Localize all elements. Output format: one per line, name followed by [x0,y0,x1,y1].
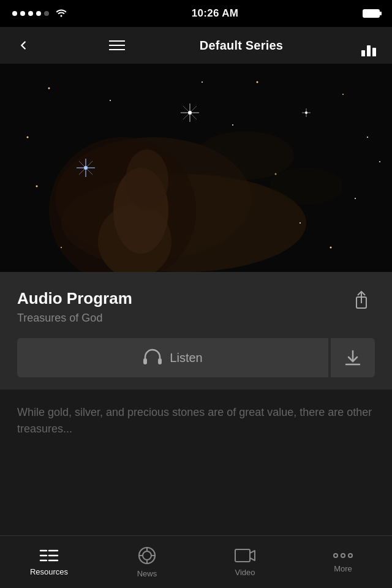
tab-news[interactable]: News [98,536,196,588]
content-titles: Audio Program Treasures of God [17,289,132,325]
svg-point-30 [355,198,356,199]
wifi-icon [55,7,67,20]
svg-point-34 [379,161,380,162]
status-time: 10:26 AM [192,7,238,20]
status-left [12,7,67,20]
back-button[interactable] [12,34,34,56]
svg-point-17 [48,88,50,89]
svg-point-19 [257,81,258,83]
chart-button[interactable] [358,34,380,56]
more-label: More [334,564,352,573]
menu-line-1 [109,40,125,42]
chart-bar-1 [361,50,365,56]
signal-dots [12,11,49,16]
video-label: Video [235,568,255,577]
svg-point-35 [196,131,294,180]
nav-title: Default Series [200,39,283,53]
svg-point-33 [27,137,29,138]
headphone-icon [143,348,162,368]
svg-point-24 [367,137,368,138]
svg-point-23 [342,94,344,95]
tab-resources[interactable]: Resources [0,536,98,588]
svg-point-28 [300,222,301,224]
signal-dot-4 [36,11,41,16]
signal-dot-3 [28,11,33,16]
download-button[interactable] [331,338,375,377]
chart-bar-3 [372,48,376,56]
news-icon [137,546,157,565]
svg-rect-39 [143,358,147,364]
status-right [363,9,380,18]
content-header: Audio Program Treasures of God [17,289,375,325]
content-area: Audio Program Treasures of God Li [0,272,392,390]
battery-icon [363,9,380,18]
svg-point-58 [349,554,352,557]
tab-more[interactable]: More [294,536,392,588]
content-type: Audio Program [17,289,132,308]
menu-line-2 [109,45,125,46]
svg-point-29 [330,247,332,249]
signal-dot-5 [44,11,49,16]
more-icon [332,551,354,560]
menu-button[interactable] [109,40,125,50]
tab-video[interactable]: Video [196,536,294,588]
hero-image [0,64,392,272]
listen-label: Listen [170,351,202,365]
svg-point-50 [143,551,151,560]
tab-bar: Resources News Video [0,535,392,588]
news-label: News [137,569,157,578]
share-button[interactable] [348,287,375,314]
video-icon [234,547,256,564]
svg-point-32 [202,81,203,83]
content-subtitle: Treasures of God [17,312,132,325]
svg-rect-55 [235,549,250,562]
signal-dot-1 [12,11,17,16]
listen-button[interactable]: Listen [17,338,328,377]
chart-bar-2 [367,45,371,56]
svg-point-25 [36,186,38,187]
svg-point-36 [270,168,343,205]
svg-point-6 [126,149,168,211]
resources-icon [39,548,59,564]
description-text: While gold, silver, and precious stones … [17,404,375,437]
svg-point-18 [110,100,111,101]
listen-section: Listen [17,338,375,377]
svg-rect-40 [158,358,162,364]
resources-label: Resources [30,567,68,576]
signal-dot-2 [20,11,25,16]
svg-point-26 [232,124,233,126]
menu-line-3 [109,49,125,50]
status-bar: 10:26 AM [0,0,392,27]
description-area: While gold, silver, and precious stones … [0,390,392,452]
svg-point-57 [341,554,345,557]
svg-point-31 [61,247,62,248]
nav-bar: Default Series [0,27,392,64]
svg-point-56 [334,554,337,557]
